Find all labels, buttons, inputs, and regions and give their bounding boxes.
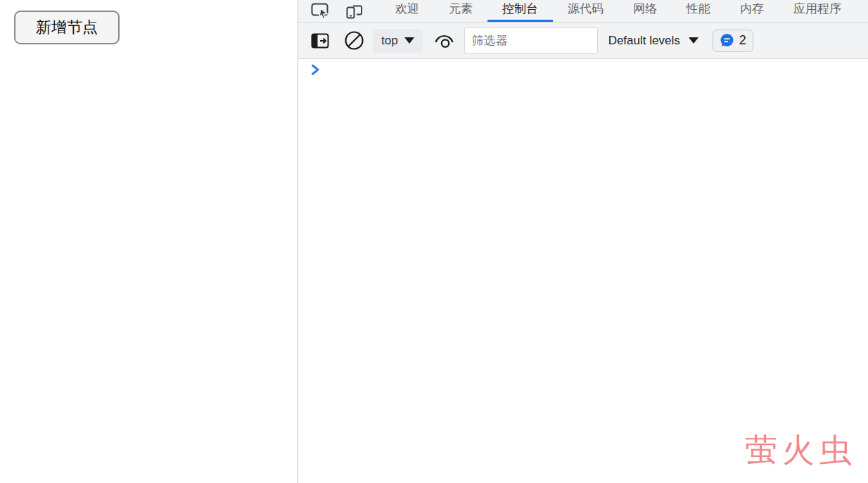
log-levels-label: Default levels <box>608 34 680 48</box>
console-prompt-chevron-icon <box>311 63 320 76</box>
console-sidebar-icon <box>311 32 329 49</box>
tab-memory[interactable]: 内存 <box>725 0 779 22</box>
live-expression-eye-icon <box>433 30 456 51</box>
tab-performance[interactable]: 性能 <box>672 0 725 22</box>
watermark-text: 萤火虫 <box>745 429 857 472</box>
devtools-tabs: 欢迎 元素 控制台 源代码 网络 性能 内存 应用程序 <box>381 0 856 22</box>
issues-speech-bubble-icon <box>720 33 734 48</box>
chevron-down-icon <box>404 37 414 44</box>
context-selector-value: top <box>381 34 398 48</box>
device-toolbar-button[interactable] <box>344 1 364 21</box>
device-toolbar-icon <box>344 1 364 21</box>
log-levels-dropdown[interactable]: Default levels <box>608 34 698 48</box>
javascript-context-selector[interactable]: top <box>373 29 423 53</box>
console-sidebar-button[interactable] <box>311 32 329 49</box>
console-toolbar: top Default levels <box>298 23 868 59</box>
page-content: 新增节点 <box>0 0 298 483</box>
inspect-element-button[interactable] <box>310 1 330 21</box>
console-messages-area[interactable] <box>298 59 868 482</box>
issues-counter-button[interactable]: 2 <box>713 30 753 52</box>
tab-application[interactable]: 应用程序 <box>779 0 856 22</box>
add-node-button[interactable]: 新增节点 <box>14 11 120 44</box>
inspect-element-icon <box>310 1 330 21</box>
tab-welcome[interactable]: 欢迎 <box>381 0 434 22</box>
clear-console-icon <box>344 30 364 51</box>
tab-network[interactable]: 网络 <box>618 0 672 22</box>
chevron-down-icon <box>689 37 698 44</box>
tab-sources[interactable]: 源代码 <box>553 0 618 22</box>
devtools-panel: 欢迎 元素 控制台 源代码 网络 性能 内存 应用程序 <box>298 0 868 483</box>
clear-console-button[interactable] <box>344 30 364 51</box>
console-filter-input[interactable] <box>464 27 598 54</box>
devtools-tabbar: 欢迎 元素 控制台 源代码 网络 性能 内存 应用程序 <box>298 0 868 23</box>
issues-count: 2 <box>739 33 746 48</box>
create-live-expression-button[interactable] <box>433 30 456 51</box>
screen: 新增节点 欢迎 元素 控制台 源 <box>0 0 868 483</box>
tab-console[interactable]: 控制台 <box>487 0 553 22</box>
tab-elements[interactable]: 元素 <box>434 0 487 22</box>
